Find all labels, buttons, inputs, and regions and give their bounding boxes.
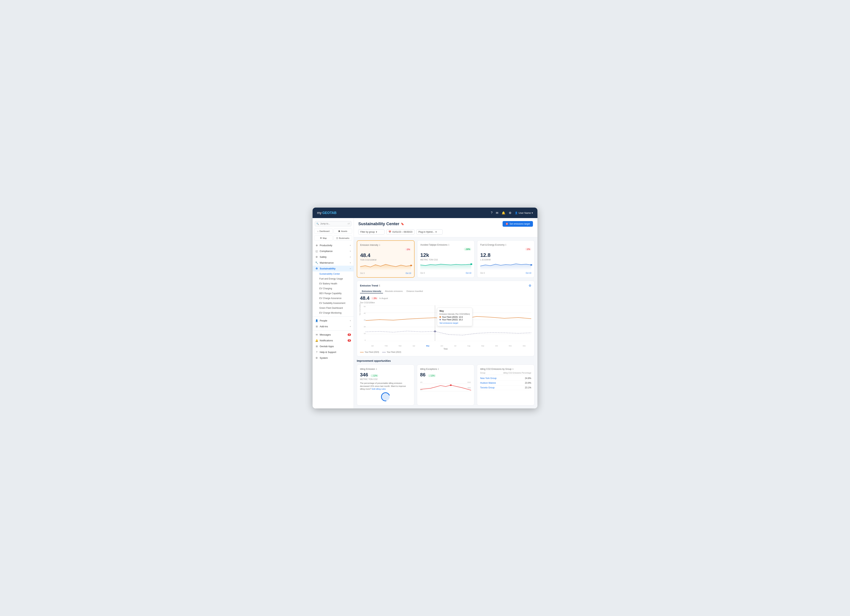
filter-group-label: Filter by group xyxy=(361,231,375,233)
gear-icon[interactable]: ⚙ xyxy=(509,211,511,215)
date-range-filter[interactable]: 📅 01/01/23 – 06/30/23 xyxy=(386,229,415,235)
sidebar-sub-ev-suitability[interactable]: EV Suitability Assessment xyxy=(313,301,354,306)
tab-emissions-intensity[interactable]: Emissions Intensity xyxy=(360,289,383,293)
bookmark-icon[interactable]: 🔖 xyxy=(401,223,404,226)
kpi-date-end: Oct 10 xyxy=(466,272,471,274)
sidebar-sub-ev-charge-assurance[interactable]: EV Charge Assurance xyxy=(313,296,354,301)
bookmarks-icon: ◫ xyxy=(336,237,338,239)
sidebar-sub-sustainability-center[interactable]: Sustainability Center xyxy=(313,271,354,277)
sidebar-sub-ev-charging[interactable]: EV Charging xyxy=(313,286,354,291)
kpi-card-emission-intensity: Emission Intensity ℹ ↑2% 48.4 TON CO2/10… xyxy=(357,241,415,278)
set-target-button[interactable]: 🎯 Set emissions target xyxy=(503,221,533,227)
x-axis-labels: Jan Feb Mar Apr May Jun Jul Aug Sep Oct … xyxy=(366,345,531,347)
sidebar-item-notifications[interactable]: 🔔 Notifications 9 xyxy=(313,338,354,343)
sidebar-sub-bev-range[interactable]: BEV Range Capability xyxy=(313,291,354,296)
kpi-emission-unit: TON CO2/100KM xyxy=(360,259,411,261)
search-container: 🔍 ⇧F xyxy=(315,221,352,226)
sidebar-item-addins[interactable]: ⊞ Add-ins + xyxy=(313,324,354,329)
kpi-date-start: Oct 3 xyxy=(421,272,425,274)
tab-distance-travelled[interactable]: Distance travelled xyxy=(405,289,425,293)
sidebar-item-people[interactable]: 👤 People + xyxy=(313,318,354,324)
idling-exceptions-change: ↓ 12% xyxy=(428,374,436,377)
group-name-link[interactable]: New York Group xyxy=(480,377,496,380)
kpi-info-icon[interactable]: ℹ xyxy=(505,244,506,246)
sidebar-sub-green-fleet[interactable]: Green Fleet Dashboard xyxy=(313,306,354,310)
sidebar-item-sustainability[interactable]: ♻ Sustainability − xyxy=(313,266,354,271)
trend-chart-container: 50 40 30 20 10 0 Ton CO2/100km xyxy=(360,306,531,347)
tab-absolute-emissions[interactable]: Absolute emissions xyxy=(383,289,405,293)
svg-point-1 xyxy=(470,263,472,265)
sidebar-item-productivity[interactable]: ⊕ Productivity + xyxy=(313,242,354,248)
kpi-fuel-unit: L-E/100KM xyxy=(480,259,531,261)
x-axis-label: Time xyxy=(444,348,447,350)
trend-info-icon[interactable]: ℹ xyxy=(379,284,380,287)
expand-icon: + xyxy=(350,319,351,322)
assets-nav-btn[interactable]: ▣ Assets xyxy=(334,229,352,234)
productivity-label: Productivity xyxy=(320,244,332,247)
dashboard-nav-btn[interactable]: ⌂ Dashboard xyxy=(314,229,333,234)
sidebar-item-geotab-apps[interactable]: ⊞ Geotab Apps xyxy=(313,343,354,349)
messages-badge: 8 xyxy=(348,333,351,336)
notifications-label: Notifications xyxy=(320,339,333,342)
group-name-link[interactable]: Toronto Group xyxy=(480,386,495,389)
search-input[interactable] xyxy=(315,221,352,226)
productivity-icon: ⊕ xyxy=(315,244,318,247)
trend-big-value: 48.4 xyxy=(360,295,370,301)
people-label: People xyxy=(320,319,327,322)
table-row: Hudson Malone 23.9% xyxy=(480,381,531,385)
kpi-info-icon[interactable]: ℹ xyxy=(379,244,380,247)
sidebar-sub-ev-charge-monitoring[interactable]: EV Charge Monitoring xyxy=(313,310,354,315)
idling-exceptions-value: 86 xyxy=(420,372,426,378)
sidebar-item-compliance[interactable]: ◱ Compliance + xyxy=(313,248,354,254)
info-icon[interactable]: ℹ xyxy=(513,368,513,370)
bell-icon[interactable]: 🔔 xyxy=(501,211,505,215)
group-pct: 23.9% xyxy=(525,381,531,384)
group-filter[interactable]: Filter by group ▾ xyxy=(358,229,385,235)
sustainability-icon: ♻ xyxy=(315,267,318,270)
svg-point-10 xyxy=(434,330,436,332)
table-row: Toronto Group 23.1% xyxy=(480,385,531,390)
home-icon: ⌂ xyxy=(317,230,319,232)
help-icon[interactable]: ? xyxy=(491,211,492,214)
maintenance-icon: 🔧 xyxy=(315,262,318,264)
sidebar-item-system[interactable]: ⚙ System xyxy=(313,355,354,361)
legend-2022: Your Fleet (2022) xyxy=(382,351,401,353)
mail-icon[interactable]: ✉ xyxy=(496,211,498,215)
tooltip-set-target-link[interactable]: Set emissions target xyxy=(439,322,470,324)
bookmarks-nav-btn[interactable]: ◫ Bookmarks xyxy=(334,235,352,241)
logo-my: my xyxy=(317,211,322,215)
content-header: Sustainability Center 🔖 🎯 Set emissions … xyxy=(354,218,537,238)
improvement-card-idling-co2-group: Idling CO2 Emissions by Group ℹ Group Id… xyxy=(477,365,534,405)
sidebar-item-messages[interactable]: ✉ Messages 8 xyxy=(313,332,354,338)
kpi-row: Emission Intensity ℹ ↑2% 48.4 TON CO2/10… xyxy=(357,241,534,278)
sidebar-item-safety[interactable]: ⚙ Safety + xyxy=(313,254,354,260)
map-nav-btn[interactable]: ⊞ Map xyxy=(314,235,333,241)
group-name-link[interactable]: Hudson Malone xyxy=(480,381,496,384)
idling-emission-desc: The percentage of preventable idling emi… xyxy=(360,382,411,390)
vehicle-type-filter[interactable]: Plug-in Hybrid... ▾ xyxy=(416,229,443,235)
notifications-icon: 🔔 xyxy=(315,339,318,342)
topbar-icons: ? ✉ 🔔 ⚙ 👤 User Name ▾ xyxy=(491,211,533,215)
sidebar-sub-ev-battery-health[interactable]: EV Battery Health xyxy=(313,281,354,286)
kpi-fuel-title: Fuel & Energy Economy xyxy=(480,244,504,246)
sidebar-sub-fuel-energy-usage[interactable]: Fuel and Energy Usage xyxy=(313,277,354,281)
sidebar-item-help-support[interactable]: ? Help & Support xyxy=(313,349,354,355)
info-icon[interactable]: ℹ xyxy=(376,368,377,370)
tooltip-label: Emission Intensity (Ton CO2/100km) xyxy=(439,313,470,315)
info-icon[interactable]: ℹ xyxy=(438,368,439,370)
edit-idling-rules-link[interactable]: Edit idling rules xyxy=(372,388,386,390)
user-menu[interactable]: 👤 User Name ▾ xyxy=(515,211,533,214)
divider-1 xyxy=(313,316,354,317)
y-axis-title: Ton CO2/100km xyxy=(359,304,361,315)
kpi-avoided-change: ↓10% xyxy=(464,248,471,251)
maintenance-label: Maintenance xyxy=(320,262,334,264)
kpi-info-icon[interactable]: ℹ xyxy=(448,244,449,246)
svg-text:20: 20 xyxy=(420,389,422,390)
svg-text:25: 25 xyxy=(420,381,422,383)
table-header-group: Group xyxy=(480,372,485,374)
sidebar-item-maintenance[interactable]: 🔧 Maintenance + xyxy=(313,260,354,266)
chevron-down-icon: ▾ xyxy=(376,231,377,233)
geotab-apps-icon: ⊞ xyxy=(315,345,318,348)
nav-row-1: ⌂ Dashboard ▣ Assets xyxy=(313,229,354,235)
settings-filter-icon[interactable]: ⚙ xyxy=(528,284,531,287)
